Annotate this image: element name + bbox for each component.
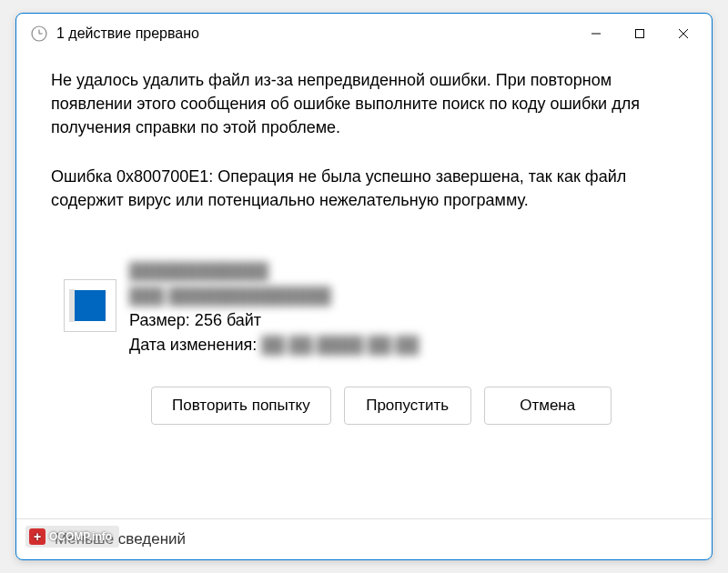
skip-button[interactable]: Пропустить xyxy=(344,387,471,425)
watermark-text: OCOMP.info xyxy=(49,530,112,543)
window-title: 1 действие прервано xyxy=(56,25,575,42)
file-type: ███ ██████████████ xyxy=(129,284,419,308)
file-date-row: Дата изменения: ██.██.████ ██:██ xyxy=(129,333,419,357)
retry-button[interactable]: Повторить попытку xyxy=(151,387,331,425)
file-name: ████████████ xyxy=(129,259,419,284)
svg-rect-4 xyxy=(636,30,644,38)
error-code-line: Ошибка 0x800700E1: Операция не была успе… xyxy=(51,165,677,212)
file-icon xyxy=(64,279,116,332)
clock-icon xyxy=(31,25,47,42)
file-size: Размер: 256 байт xyxy=(129,308,419,333)
file-date-label: Дата изменения: xyxy=(129,336,257,354)
file-date-value: ██.██.████ ██:██ xyxy=(261,336,419,354)
file-details: ████████████ ███ ██████████████ Размер: … xyxy=(129,259,419,357)
plus-icon: + xyxy=(29,528,46,545)
close-button[interactable] xyxy=(662,19,704,48)
dialog-window: 1 действие прервано Не удалось удалить ф… xyxy=(15,13,713,560)
watermark: + OCOMP.info xyxy=(25,526,119,548)
dialog-content: Не удалось удалить файл из-за непредвиде… xyxy=(16,54,712,518)
cancel-button[interactable]: Отмена xyxy=(484,387,612,425)
minimize-button[interactable] xyxy=(575,19,617,48)
error-description: Не удалось удалить файл из-за непредвиде… xyxy=(51,68,677,139)
file-info: ████████████ ███ ██████████████ Размер: … xyxy=(51,259,677,357)
window-controls xyxy=(575,19,704,48)
button-row: Повторить попытку Пропустить Отмена xyxy=(51,387,677,425)
titlebar: 1 действие прервано xyxy=(16,14,712,54)
dialog-footer: Меньше сведений xyxy=(16,518,712,559)
maximize-button[interactable] xyxy=(619,19,661,48)
